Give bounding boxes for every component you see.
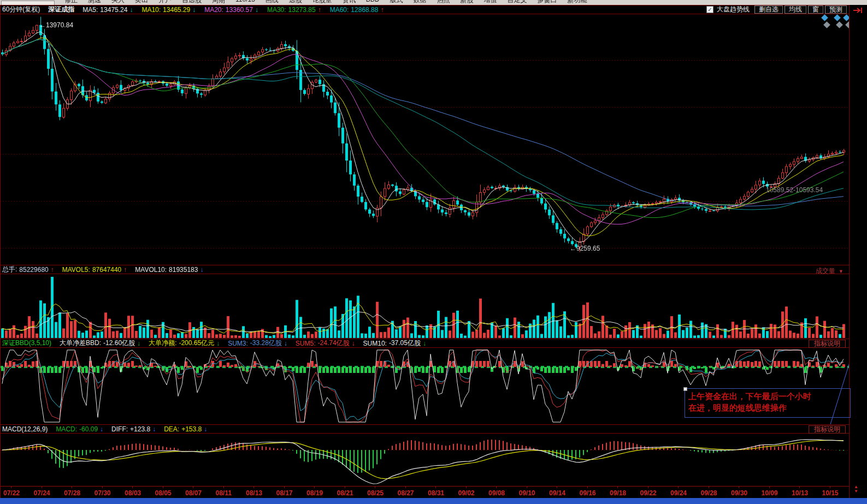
ma-value: 13273.85 — [288, 6, 316, 14]
axis-date-label: 09/22 — [640, 489, 657, 497]
bbd-header-bar: 深证BBD(3,5,10) 大单净差BBD:-12.60亿股↓大单净额:-200… — [0, 339, 849, 348]
macd-readouts: MACD:-60.09↓DIFF:+123.8↓DEA:+153.8↓ — [56, 425, 207, 433]
volume-item: MAVOL10:81935183↓ — [135, 265, 203, 274]
period-label[interactable]: 60分钟(复权) — [2, 5, 40, 14]
axis-date-label: 09/14 — [549, 489, 565, 497]
macd-header-bar: MACD(12,26,9) MACD:-60.09↓DIFF:+123.8↓DE… — [0, 424, 849, 434]
quote-header-controls: ✓ 大盘趋势线 删自选均线窗预测 — [706, 5, 847, 14]
axis-date-label: 08/31 — [428, 489, 444, 497]
pushpin-arrow-icon[interactable] — [852, 7, 865, 14]
bbd-label: 大单净差BBD: — [60, 339, 101, 348]
menu-item[interactable]: 自定义 — [508, 0, 527, 5]
left-border — [0, 5, 1, 498]
macd-title: MACD(12,26,9) — [2, 425, 48, 433]
ma-item: MA5:13475.24↓ — [82, 6, 133, 14]
down-arrow-icon: ↓ — [192, 6, 196, 14]
ma-label: MA10: — [141, 6, 161, 14]
menu-item[interactable]: 新股 — [461, 0, 474, 5]
axis-date-label: 08/27 — [398, 489, 414, 497]
bbd-item: SUM5:-24.74亿股↓ — [296, 339, 355, 348]
ma-item: MA30:13273.85↑ — [267, 6, 321, 14]
indicator-selector[interactable]: 成交量▼ — [816, 266, 844, 276]
header-button[interactable]: 删自选 — [754, 5, 783, 14]
menu-item[interactable]: 画线 — [266, 0, 279, 5]
annotation-drag-handle[interactable] — [683, 387, 687, 391]
menu-item[interactable]: 论股堂 — [312, 0, 332, 5]
volume-label: MAVOL5: — [62, 266, 90, 274]
menu-item[interactable]: 110/15 — [235, 0, 255, 5]
gap-range-label: 10589.52-10593.54 — [766, 186, 823, 194]
axis-date-label: 09/02 — [458, 489, 475, 497]
menu-item[interactable]: BBD — [366, 0, 380, 5]
axis-date-label: 09/28 — [701, 489, 717, 497]
menu-item[interactable]: 周期 — [212, 0, 225, 5]
down-arrow-icon: ↓ — [200, 266, 203, 274]
bbd-label: 大单净额: — [149, 339, 176, 348]
bbd-item: SUM10:-37.05亿股↓ — [363, 339, 426, 348]
macd-help-button[interactable]: 指标说明 — [809, 425, 846, 434]
main-price-chart[interactable] — [0, 14, 849, 265]
macd-label: DEA: — [164, 425, 179, 433]
bbd-value: -12.60亿股 — [103, 339, 135, 348]
axis-date-label: 10/09 — [762, 489, 778, 497]
menu-item[interactable]: 资讯 — [343, 0, 356, 5]
axis-date-label: 08/25 — [367, 489, 384, 497]
scroll-pager-icon[interactable]: ▲▼ — [854, 485, 858, 494]
up-arrow-icon: ↑ — [51, 266, 54, 274]
axis-date-label: 07/22 — [3, 489, 20, 497]
menu-item[interactable]: 卖出 — [135, 0, 148, 5]
volume-chart[interactable] — [0, 274, 849, 339]
header-button[interactable]: 预测 — [825, 5, 847, 14]
trendline-checkbox[interactable]: ✓ — [706, 6, 713, 13]
ma-value: 13360.57 — [226, 6, 253, 14]
quote-buttons: 删自选均线窗预测 — [753, 5, 847, 14]
header-button[interactable]: 窗 — [808, 5, 823, 14]
volume-label: 总手: — [2, 265, 17, 274]
bbd-item: 大单净额:-200.65亿元↓ — [149, 339, 220, 348]
header-button[interactable]: 均线 — [785, 5, 806, 14]
menu-item[interactable]: 热点 — [437, 0, 450, 5]
volume-header-bar: 总手:85229680↑MAVOL5:87647440↑MAVOL10:8193… — [0, 265, 849, 274]
annotation-line1: 上午资金在出，下午最后一个小时 — [688, 390, 847, 402]
ma-label: MA30: — [267, 6, 286, 14]
bbd-value: -200.65亿元 — [179, 339, 214, 348]
menu-item[interactable]: 数据 — [414, 0, 427, 5]
menubar-field[interactable] — [1, 1, 55, 5]
axis-date-label: 09/08 — [488, 489, 505, 497]
macd-value: -60.09 — [79, 425, 98, 433]
menu-item[interactable]: 修正 — [64, 0, 78, 5]
bbd-label: SUM3: — [228, 340, 248, 347]
low-price-label: ←9259.65 — [570, 245, 600, 252]
menu-item[interactable]: 新功能 — [568, 0, 587, 5]
axis-date-label: 08/19 — [306, 489, 323, 497]
axis-date-label: 08/21 — [337, 489, 353, 497]
ma-label: MA60: — [330, 6, 349, 14]
right-margin: ▲▼ — [849, 5, 867, 498]
menu-item[interactable]: 多窗口 — [538, 0, 557, 5]
bbd-item: 大单净差BBD:-12.60亿股↓ — [60, 339, 140, 348]
menu-item[interactable]: 买入 — [111, 0, 125, 5]
user-annotation-box[interactable]: 上午资金在出，下午最后一个小时 在进，明显的短线思维操作 — [685, 388, 851, 418]
macd-item: MACD:-60.09↓ — [56, 425, 103, 433]
bbd-value: -33.28亿股 — [250, 339, 282, 348]
down-arrow-icon: ↓ — [152, 425, 156, 433]
menu-item[interactable]: 开户 — [158, 0, 172, 5]
macd-chart[interactable] — [0, 434, 849, 486]
menu-item[interactable]: 增值 — [484, 0, 497, 5]
up-arrow-icon: ↑ — [318, 6, 321, 14]
ma-item: MA10:13465.29↓ — [141, 6, 196, 14]
bbd-readouts: 大单净差BBD:-12.60亿股↓大单净额:-200.65亿元↓SUM3:-33… — [60, 339, 426, 348]
app-window: 修正测速买入卖出开户自选股周期110/15画线选股论股堂资讯BBD版式数据热点新… — [0, 0, 867, 504]
ma-value: 13465.29 — [163, 6, 190, 14]
symbol-label[interactable]: 深证成指 — [48, 5, 74, 14]
bbd-label: SUM10: — [363, 340, 387, 347]
menu-item[interactable]: 自选股 — [182, 0, 202, 5]
up-arrow-icon: ↑ — [380, 6, 384, 14]
volume-value: 85229680 — [19, 266, 48, 274]
bbd-help-button[interactable]: 指标说明 — [809, 340, 846, 348]
volume-label: MAVOL10: — [135, 266, 167, 274]
ma-value: 13475.24 — [100, 6, 127, 14]
menu-item[interactable]: 测速 — [88, 0, 101, 5]
menu-item[interactable]: 版式 — [390, 0, 403, 5]
menu-item[interactable]: 选股 — [289, 0, 302, 5]
